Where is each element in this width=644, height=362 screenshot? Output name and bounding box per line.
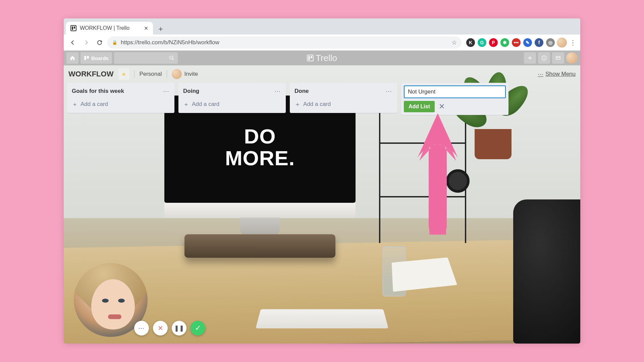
list-title[interactable]: Goals for this week — [72, 88, 124, 95]
board-sub-header: WORKFLOW ★ Personal Invite ⋯ Show Menu — [64, 65, 580, 83]
member-avatar — [172, 69, 182, 79]
new-tab-button[interactable]: ＋ — [155, 23, 166, 35]
add-list-composer: Add List ✕ — [401, 83, 508, 115]
svg-point-4 — [170, 56, 173, 59]
new-list-name-input[interactable] — [404, 85, 506, 98]
board-canvas: DO MORE. WORKFLOW ★ Personal Invite — [64, 65, 580, 344]
close-tab-icon[interactable]: ✕ — [144, 25, 148, 32]
browser-tab-strip: WORKFLOW | Trello ✕ ＋ — [64, 18, 580, 35]
create-button[interactable] — [524, 52, 536, 64]
invite-label: Invite — [184, 71, 198, 77]
divider — [167, 70, 167, 78]
forward-button[interactable] — [80, 37, 92, 48]
add-card-label: Add a card — [192, 101, 219, 108]
ext-k[interactable]: K — [466, 38, 475, 47]
back-button[interactable] — [67, 37, 78, 48]
add-card-button[interactable]: ＋ Add a card — [293, 98, 394, 110]
plus-icon: ＋ — [72, 100, 78, 108]
reload-button[interactable] — [94, 37, 105, 48]
boards-label: Boards — [91, 55, 109, 61]
info-button[interactable] — [538, 52, 550, 64]
browser-tab-active[interactable]: WORKFLOW | Trello ✕ — [66, 22, 153, 35]
url-text: https://trello.com/b/NZiN5nHb/workflow — [121, 39, 219, 46]
address-bar[interactable]: 🔒 https://trello.com/b/NZiN5nHb/workflow… — [107, 37, 462, 49]
close-composer-icon[interactable]: ✕ — [439, 102, 445, 111]
trello-header: Boards Trello — [64, 51, 580, 65]
ext-lastpass[interactable]: ••• — [512, 38, 521, 47]
add-card-label: Add a card — [303, 101, 331, 108]
list-title[interactable]: Done — [294, 88, 309, 95]
ext-pinterest[interactable]: P — [489, 38, 498, 47]
browser-toolbar: 🔒 https://trello.com/b/NZiN5nHb/workflow… — [64, 35, 580, 51]
plus-icon: ＋ — [183, 100, 189, 108]
add-card-button[interactable]: ＋ Add a card — [182, 98, 282, 110]
list-menu-icon[interactable]: ⋯ — [274, 87, 281, 95]
recording-controls: ⋯ ✕ ❚❚ ✓ — [134, 321, 205, 336]
ext-evernote[interactable]: ✱ — [500, 38, 509, 47]
add-list-button[interactable]: Add List — [404, 101, 435, 112]
rec-pause-button[interactable]: ❚❚ — [172, 321, 186, 336]
scene-text-1: DO — [244, 125, 276, 148]
svg-rect-1 — [74, 26, 75, 28]
lock-icon: 🔒 — [112, 40, 117, 45]
list-menu-icon[interactable]: ⋯ — [163, 87, 170, 95]
trello-logo-text: Trello — [316, 53, 337, 63]
bookmark-star-icon[interactable]: ☆ — [451, 39, 457, 46]
browser-tab-title: WORKFLOW | Trello — [80, 25, 129, 31]
home-button[interactable] — [66, 52, 78, 64]
header-search[interactable] — [114, 52, 178, 64]
svg-rect-7 — [544, 58, 544, 59]
ext-facebook[interactable]: f — [535, 38, 543, 47]
rec-more-button[interactable]: ⋯ — [134, 321, 149, 336]
trello-logo[interactable]: Trello — [307, 53, 337, 63]
ellipsis-icon: ⋯ — [538, 71, 543, 78]
board-title[interactable]: WORKFLOW — [68, 70, 113, 78]
add-card-button[interactable]: ＋ Add a card — [70, 98, 171, 110]
trello-mark-icon — [307, 55, 314, 61]
lists-row: Goals for this week ⋯ ＋ Add a card Doing… — [64, 83, 580, 115]
board-visibility[interactable]: Personal — [139, 71, 162, 77]
boards-button[interactable]: Boards — [80, 52, 112, 64]
chrome-menu-icon[interactable]: ⋮ — [569, 39, 577, 47]
scene-text-2: MORE. — [225, 146, 295, 170]
rec-finish-button[interactable]: ✓ — [191, 321, 205, 336]
rec-cancel-button[interactable]: ✕ — [153, 321, 168, 336]
ext-pen[interactable]: ✎ — [523, 38, 532, 47]
svg-line-5 — [172, 59, 174, 60]
add-card-label: Add a card — [80, 101, 108, 108]
extensions-row: KGP✱•••✎f◎ — [466, 38, 555, 47]
notifications-button[interactable] — [552, 52, 564, 64]
trello-favicon — [70, 25, 76, 31]
list-menu-icon[interactable]: ⋯ — [386, 87, 392, 95]
trello-user-avatar[interactable] — [566, 52, 578, 64]
svg-rect-3 — [87, 56, 89, 59]
show-menu-label: Show Menu — [545, 71, 576, 77]
list-column: Done ⋯ ＋ Add a card — [290, 83, 397, 113]
board-members[interactable]: Invite — [172, 69, 198, 79]
ext-loom[interactable]: ◎ — [546, 38, 555, 47]
svg-rect-8 — [544, 57, 544, 57]
list-title[interactable]: Doing — [183, 88, 199, 95]
scene-monitor: DO MORE. — [164, 96, 356, 236]
show-menu-link[interactable]: ⋯ Show Menu — [538, 71, 576, 78]
list-column: Goals for this week ⋯ ＋ Add a card — [67, 83, 174, 113]
divider — [134, 70, 135, 78]
ext-grammarly[interactable]: G — [478, 38, 486, 47]
svg-rect-0 — [72, 26, 73, 30]
search-icon — [169, 55, 174, 61]
chrome-profile-avatar[interactable] — [557, 38, 567, 48]
svg-rect-2 — [84, 56, 86, 60]
plus-icon: ＋ — [294, 100, 301, 108]
browser-window: WORKFLOW | Trello ✕ ＋ 🔒 https://trello.c… — [64, 18, 580, 344]
list-column: Doing ⋯ ＋ Add a card — [178, 83, 286, 113]
star-board-button[interactable]: ★ — [118, 68, 129, 80]
